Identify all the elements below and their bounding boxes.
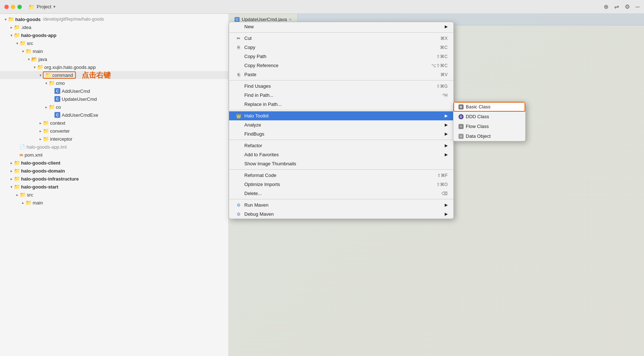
menu-item-findbugs[interactable]: FindBugs ▶	[229, 129, 453, 138]
org-arrow	[32, 65, 37, 70]
menu-item-find-usages[interactable]: Find Usages ⇧⌘G	[229, 82, 453, 91]
window-close-button[interactable]	[4, 5, 9, 9]
optimize-label: Optimize Imports	[244, 182, 280, 187]
cut-label: Cut	[244, 36, 252, 41]
findbugs-arrow: ▶	[445, 132, 448, 136]
find-path-label: Find in Path...	[244, 92, 273, 98]
submenu-item-basic-class[interactable]: B Basic Class	[453, 102, 525, 112]
tab-close-button[interactable]: ×	[289, 17, 292, 22]
pom-icon: m	[20, 153, 23, 157]
debug-maven-arrow: ▶	[445, 212, 448, 216]
command-highlighted-box: 📁 command	[43, 71, 76, 79]
main2-label: main	[33, 200, 43, 206]
minimize-icon[interactable]: ─	[636, 4, 640, 10]
flow-class-icon: ≡	[458, 124, 464, 129]
tree-item-idea[interactable]: 📁 .idea	[0, 23, 228, 31]
tree-item-src[interactable]: 📁 src	[0, 39, 228, 47]
tree-item-org[interactable]: 📁 org.xujin.halo.goods.app	[0, 63, 228, 71]
menu-item-reformat[interactable]: Reformat Code ⇧⌘F	[229, 171, 453, 180]
idea-label: .idea	[21, 25, 31, 30]
tree-item-pom[interactable]: m pom.xml	[0, 151, 228, 159]
tree-item-client[interactable]: 📁 halo-goods-client	[0, 159, 228, 167]
tab-c-icon: C	[235, 17, 240, 22]
menu-item-copy[interactable]: ⎘ Copy ⌘C	[229, 43, 453, 52]
tab-name: UpdateUserCmd.java	[242, 17, 287, 22]
tree-item-infrastructure[interactable]: 📁 halo-goods-infrastructure	[0, 175, 228, 183]
app-arrow	[9, 33, 14, 38]
menu-item-paste[interactable]: ⎗ Paste ⌘V	[229, 70, 453, 79]
divider-3	[229, 110, 453, 110]
halo-toolkit-label: Halo Toolkit	[244, 113, 269, 119]
menu-item-copy-path[interactable]: Copy Path ⇧⌘C	[229, 52, 453, 61]
project-sidebar[interactable]: 📁 halo-goods /develop/gitRep/mw/halo-goo…	[0, 14, 229, 356]
tree-item-command[interactable]: 📁 command 点击右键	[0, 71, 228, 79]
tree-item-update-user-cmd[interactable]: C UpdateUserCmd	[0, 95, 228, 103]
tree-item-main2[interactable]: 📁 main	[0, 199, 228, 207]
halo-toolkit-submenu: B Basic Class D DDD Class ≡ Flow Class ≡…	[453, 102, 526, 141]
main-label: main	[33, 49, 43, 54]
menu-item-debug-maven[interactable]: ⚙ Debug Maven ▶	[229, 210, 453, 219]
java-folder-icon: 📂	[31, 56, 37, 62]
menu-item-delete[interactable]: Delete... ⌫	[229, 189, 453, 198]
settings-icon[interactable]: ⚙	[625, 3, 630, 10]
tree-item-context[interactable]: 📁 context	[0, 119, 228, 127]
find-usages-shortcut: ⇧⌘G	[428, 84, 448, 89]
src-arrow	[15, 41, 20, 46]
iml-icon: 📄	[20, 144, 25, 149]
menu-item-analyze[interactable]: Analyze ▶	[229, 120, 453, 129]
interceptor-arrow	[38, 136, 43, 141]
tree-item-co[interactable]: 📁 co	[0, 103, 228, 111]
co-arrow	[44, 104, 49, 109]
window-minimize-button[interactable]	[11, 5, 15, 9]
menu-item-replace-in-path[interactable]: Replace in Path...	[229, 100, 453, 109]
tree-item-java[interactable]: 📂 java	[0, 55, 228, 63]
menu-item-refactor[interactable]: Refactor ▶	[229, 141, 453, 150]
menu-item-find-in-path[interactable]: Find in Path... ^H	[229, 91, 453, 100]
window-maximize-button[interactable]	[17, 5, 22, 9]
java-arrow	[26, 57, 31, 62]
divider-6	[229, 199, 453, 199]
tree-item-halo-goods-app[interactable]: 📁 halo-goods-app	[0, 31, 228, 39]
copy-path-label: Copy Path	[244, 54, 266, 59]
domain-arrow	[9, 168, 14, 173]
tree-item-add-user-cmd[interactable]: C AddUserCmd	[0, 87, 228, 95]
tree-item-converter[interactable]: 📁 converter	[0, 127, 228, 135]
tree-item-src2[interactable]: 📁 src	[0, 191, 228, 199]
title-bar: 📁 Project ▾ ⊕ ⇌ ⚙ ─	[0, 0, 644, 14]
menu-item-copy-reference[interactable]: Copy Reference ⌥⇧⌘C	[229, 61, 453, 70]
menu-item-halo-toolkit[interactable]: 👑 Halo Toolkit ▶	[229, 111, 453, 120]
copy-ref-shortcut: ⌥⇧⌘C	[423, 63, 448, 68]
menu-item-add-favorites[interactable]: Add to Favorites ▶	[229, 150, 453, 159]
tree-item-interceptor[interactable]: 📁 interceptor	[0, 135, 228, 143]
menu-item-optimize[interactable]: Optimize Imports ⇧⌘O	[229, 180, 453, 189]
balance-icon[interactable]: ⇌	[614, 3, 619, 10]
favorites-arrow: ▶	[445, 152, 448, 157]
tree-item-cmo[interactable]: 📁 cmo	[0, 79, 228, 87]
tree-item-add-cmd-exe[interactable]: C AddUserCmdExe	[0, 111, 228, 119]
tree-item-domain[interactable]: 📁 halo-goods-domain	[0, 167, 228, 175]
context-menu: New ▶ ✂ Cut ⌘X ⎘ Copy ⌘C Copy Path ⇧⌘C C…	[229, 22, 454, 219]
menu-item-show-image[interactable]: Show Image Thumbnails	[229, 159, 453, 168]
cut-shortcut: ⌘X	[432, 36, 448, 41]
submenu-item-flow-class[interactable]: ≡ Flow Class	[453, 121, 525, 131]
tree-item-main[interactable]: 📁 main	[0, 47, 228, 55]
crosshair-icon[interactable]: ⊕	[604, 3, 608, 10]
submenu-item-data-object[interactable]: ≡ Data Object	[453, 131, 525, 141]
tree-item-start[interactable]: 📁 halo-goods-start	[0, 183, 228, 191]
basic-class-label: Basic Class	[466, 104, 490, 109]
tree-root[interactable]: 📁 halo-goods /develop/gitRep/mw/halo-goo…	[0, 15, 228, 23]
copy-ref-label: Copy Reference	[244, 63, 278, 68]
menu-item-cut[interactable]: ✂ Cut ⌘X	[229, 34, 453, 43]
dropdown-arrow[interactable]: ▾	[53, 4, 56, 9]
main2-arrow	[20, 200, 25, 205]
analyze-label: Analyze	[244, 122, 261, 128]
submenu-item-ddd-class[interactable]: D DDD Class	[453, 112, 525, 121]
idea-folder-icon: 📁	[14, 24, 20, 30]
find-path-shortcut: ^H	[434, 93, 448, 98]
tree-item-iml[interactable]: 📄 halo-goods-app.iml	[0, 143, 228, 151]
cmo-label: cmo	[56, 80, 65, 86]
menu-item-new[interactable]: New ▶	[229, 22, 453, 31]
co-label: co	[56, 104, 61, 110]
menu-item-run-maven[interactable]: ⚙ Run Maven ▶	[229, 200, 453, 210]
update-user-cmd-icon: C	[54, 96, 60, 102]
